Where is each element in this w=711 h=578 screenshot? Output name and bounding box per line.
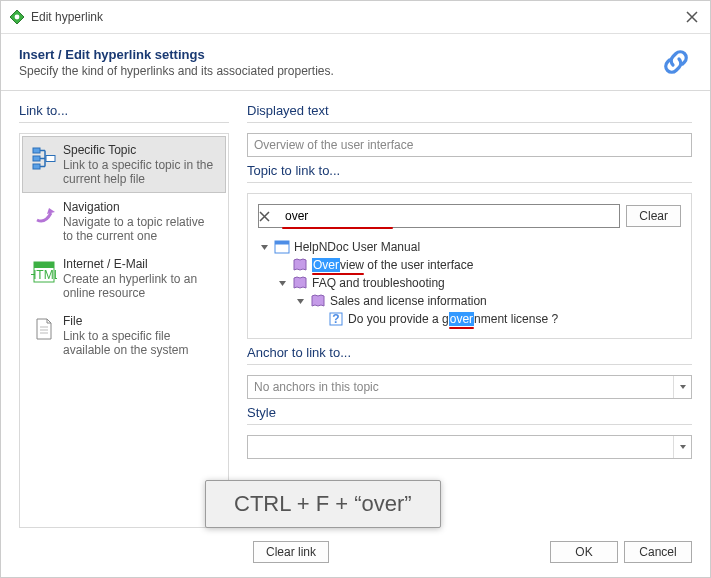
linktype-title: Navigation bbox=[63, 200, 217, 214]
search-input-wrap bbox=[258, 204, 620, 228]
svg-rect-3 bbox=[33, 156, 40, 161]
linktype-internet[interactable]: HTML Internet / E-Mail Create an hyperli… bbox=[22, 250, 226, 307]
displayed-text-input[interactable] bbox=[247, 133, 692, 157]
topic-label: Topic to link to... bbox=[247, 163, 692, 178]
svg-rect-5 bbox=[46, 156, 55, 162]
topic-tree-icon bbox=[31, 145, 57, 171]
linktype-title: Internet / E-Mail bbox=[63, 257, 217, 271]
html-icon: HTML bbox=[31, 259, 57, 285]
svg-point-1 bbox=[15, 15, 20, 20]
hyperlink-icon bbox=[660, 46, 692, 78]
svg-marker-14 bbox=[297, 299, 304, 304]
linktype-title: Specific Topic bbox=[63, 143, 217, 157]
linktype-desc: Navigate to a topic relative to the curr… bbox=[63, 215, 217, 243]
svg-rect-4 bbox=[33, 164, 40, 169]
linktype-file[interactable]: File Link to a specific file available o… bbox=[22, 307, 226, 364]
svg-rect-12 bbox=[275, 241, 289, 245]
chevron-spacer bbox=[276, 259, 288, 271]
tree-node-root[interactable]: HelpNDoc User Manual bbox=[294, 240, 420, 254]
linktype-desc: Create an hyperlink to an online resourc… bbox=[63, 272, 217, 300]
file-icon bbox=[31, 316, 57, 342]
tree-node-faq[interactable]: FAQ and troubleshooting bbox=[312, 276, 445, 290]
header-title: Insert / Edit hyperlink settings bbox=[19, 47, 660, 62]
book-icon bbox=[292, 275, 308, 291]
linktype-desc: Link to a specific file available on the… bbox=[63, 329, 217, 357]
cancel-button[interactable]: Cancel bbox=[624, 541, 692, 563]
dialog-footer: Clear link OK Cancel bbox=[1, 533, 710, 577]
chevron-down-icon bbox=[673, 436, 691, 458]
linktype-specific-topic[interactable]: Specific Topic Link to a specific topic … bbox=[22, 136, 226, 193]
tree-node-overview[interactable]: Overview of the user interface bbox=[312, 258, 473, 272]
header-desc: Specify the kind of hyperlinks and its a… bbox=[19, 64, 660, 78]
style-label: Style bbox=[247, 405, 692, 420]
close-icon[interactable] bbox=[682, 7, 702, 27]
svg-marker-18 bbox=[680, 445, 686, 449]
svg-text:HTML: HTML bbox=[31, 268, 57, 282]
link-to-title: Link to... bbox=[19, 103, 229, 118]
app-icon bbox=[9, 9, 25, 25]
topic-tree: HelpNDoc User Manual Overview of the use… bbox=[258, 238, 681, 328]
displayed-text-label: Displayed text bbox=[247, 103, 692, 118]
ok-button[interactable]: OK bbox=[550, 541, 618, 563]
chevron-spacer bbox=[312, 313, 324, 325]
anchor-label: Anchor to link to... bbox=[247, 345, 692, 360]
svg-marker-10 bbox=[261, 245, 268, 250]
anchor-dropdown[interactable]: No anchors in this topic bbox=[247, 375, 692, 399]
navigation-icon bbox=[31, 202, 57, 228]
linktype-title: File bbox=[63, 314, 217, 328]
tree-node-sales[interactable]: Sales and license information bbox=[330, 294, 487, 308]
keyboard-shortcut-tooltip: CTRL + F + “over” bbox=[205, 480, 441, 528]
settings-panel: Displayed text Topic to link to... bbox=[247, 103, 692, 529]
search-input[interactable] bbox=[281, 205, 619, 227]
svg-marker-13 bbox=[279, 281, 286, 286]
book-icon bbox=[292, 257, 308, 273]
titlebar: Edit hyperlink bbox=[1, 1, 710, 34]
chevron-down-icon bbox=[673, 376, 691, 398]
dialog-header: Insert / Edit hyperlink settings Specify… bbox=[1, 34, 710, 91]
question-icon: ? bbox=[328, 311, 344, 327]
svg-text:?: ? bbox=[332, 312, 339, 326]
window-title: Edit hyperlink bbox=[31, 10, 682, 24]
svg-marker-17 bbox=[680, 385, 686, 389]
chevron-down-icon[interactable] bbox=[294, 295, 306, 307]
linktype-desc: Link to a specific topic in the current … bbox=[63, 158, 217, 186]
clear-link-button[interactable]: Clear link bbox=[253, 541, 329, 563]
linktype-navigation[interactable]: Navigation Navigate to a topic relative … bbox=[22, 193, 226, 250]
project-icon bbox=[274, 239, 290, 255]
style-dropdown[interactable] bbox=[247, 435, 692, 459]
clear-search-icon[interactable] bbox=[259, 211, 281, 222]
tree-node-government[interactable]: Do you provide a government license ? bbox=[348, 312, 558, 326]
link-to-panel: Link to... Specific Topic Link to a spec… bbox=[19, 103, 229, 529]
book-icon bbox=[310, 293, 326, 309]
svg-rect-2 bbox=[33, 148, 40, 153]
clear-button[interactable]: Clear bbox=[626, 205, 681, 227]
chevron-down-icon[interactable] bbox=[276, 277, 288, 289]
chevron-down-icon[interactable] bbox=[258, 241, 270, 253]
